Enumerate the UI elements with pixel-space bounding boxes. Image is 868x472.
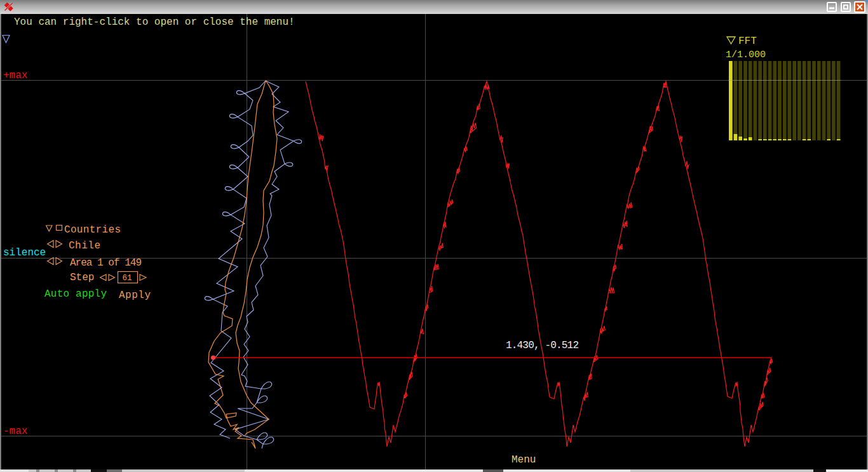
svg-text:-max: -max [3,426,27,437]
svg-text:You can right-click to open or: You can right-click to open or close the… [14,17,295,28]
svg-text:Auto apply: Auto apply [44,288,107,300]
svg-text:Chile: Chile [69,240,100,252]
svg-text:silence: silence [3,247,46,259]
svg-text:Menu: Menu [512,454,536,466]
svg-text:1.430, -0.512: 1.430, -0.512 [506,340,579,351]
svg-text:1/1.000: 1/1.000 [726,50,766,60]
svg-text:Step: Step [70,272,94,283]
svg-text:Area 1 of 149: Area 1 of 149 [70,257,142,269]
svg-text:61: 61 [123,274,132,283]
svg-text:Countries: Countries [64,224,121,236]
svg-text:Apply: Apply [119,290,151,301]
svg-text:FFT: FFT [738,36,757,47]
svg-text:+max: +max [3,70,27,81]
